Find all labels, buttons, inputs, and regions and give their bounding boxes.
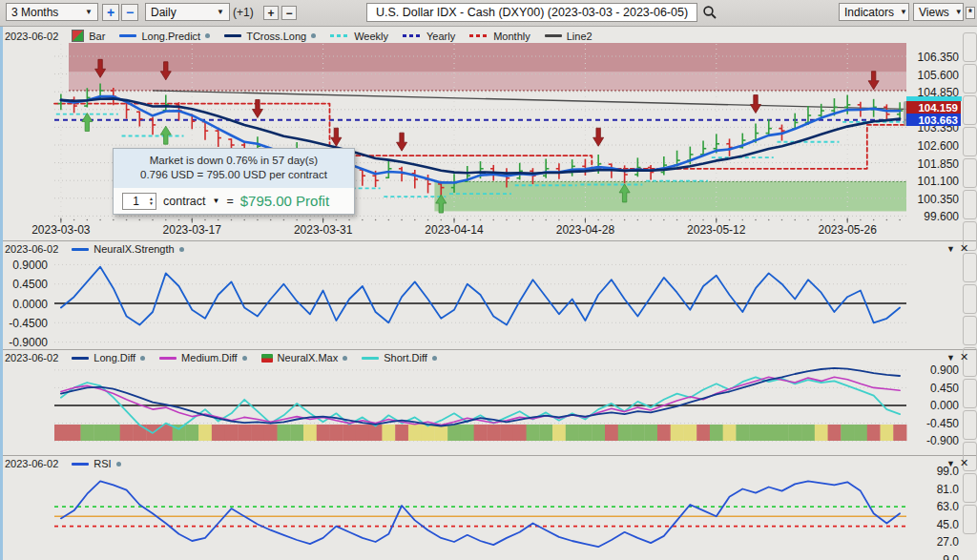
- minus-icon: −: [126, 5, 134, 20]
- dashed-swatch-icon: [469, 34, 488, 37]
- legend-item-rsi[interactable]: RSI: [72, 458, 120, 469]
- indicators-select[interactable]: Indicators ▼: [839, 3, 909, 21]
- y-axis-label: 106.350: [909, 51, 959, 64]
- chevron-down-icon[interactable]: ▼: [212, 197, 219, 205]
- plus-icon: +: [107, 5, 114, 20]
- legend-label: Long.Predict: [141, 31, 200, 42]
- chevron-down-icon: ▼: [955, 8, 963, 16]
- settings-dot-icon[interactable]: [343, 356, 347, 361]
- x-axis-label: 2023-05-26: [809, 223, 885, 237]
- symbol-title-input[interactable]: U.S. Dollar IDX - Cash (DXY00) (2023-03-…: [366, 3, 697, 22]
- x-axis-label: 2023-04-14: [416, 223, 492, 237]
- legend-item-weekly[interactable]: Weekly: [330, 31, 388, 42]
- settings-dot-icon[interactable]: [242, 356, 247, 361]
- legend-item-neuralx-strength[interactable]: NeuralX.Strength: [72, 243, 183, 255]
- legend-label: NeuralX.Max: [278, 352, 339, 363]
- cursor-date-label: 2023-06-02: [5, 31, 58, 42]
- panel-close-icon[interactable]: ✕: [959, 352, 969, 363]
- interval-select[interactable]: Daily ▼: [145, 3, 230, 21]
- pin-button[interactable]: *: [966, 7, 975, 19]
- y-axis-label: 101.850: [909, 157, 959, 171]
- panel-collapse-icon[interactable]: ▼: [946, 243, 956, 254]
- bar-back-button[interactable]: −: [281, 6, 297, 20]
- y-axis-label: 0.4500: [0, 278, 48, 291]
- y-axis-label: -0.9000: [0, 336, 48, 349]
- panel-collapse-icon[interactable]: ▼: [946, 458, 956, 468]
- panel-rail-handle: [963, 410, 977, 440]
- legend-label: Medium.Diff: [181, 352, 237, 363]
- line-swatch-icon: [119, 34, 136, 37]
- y-axis-label: 45.0: [909, 518, 959, 531]
- panel-rail-handle: [963, 473, 977, 503]
- chevron-down-icon: ▼: [900, 8, 907, 16]
- y-axis-label: -0.900: [909, 434, 959, 447]
- rsi-legend: 2023-06-02 RSI: [5, 458, 121, 469]
- quantity-stepper[interactable]: 1 ▲▼: [122, 193, 156, 210]
- quantity-value: 1: [123, 195, 149, 208]
- search-icon[interactable]: [702, 5, 717, 20]
- zoom-out-button[interactable]: −: [121, 4, 138, 21]
- line-swatch-icon: [224, 34, 241, 37]
- y-axis-label: 0.000: [909, 399, 959, 412]
- zoom-in-button[interactable]: +: [102, 4, 119, 21]
- star-icon: *: [968, 8, 972, 18]
- equals-sign: =: [226, 195, 233, 208]
- chevron-down-icon: ▼: [85, 8, 93, 16]
- price-legend: 2023-06-02 BarLong.PredictTCross.LongWee…: [5, 30, 592, 42]
- settings-dot-icon[interactable]: [311, 33, 316, 38]
- cursor-date-label: 2023-06-02: [5, 458, 58, 469]
- cursor-date-label: 2023-06-02: [5, 243, 58, 255]
- settings-dot-icon[interactable]: [432, 356, 437, 361]
- x-axis-label: 2023-05-12: [678, 223, 755, 237]
- y-axis-label: 0.0000: [0, 298, 48, 311]
- legend-item-neuralx-max[interactable]: NeuralX.Max: [261, 352, 348, 363]
- panel-rail-handle: [963, 284, 977, 314]
- y-axis-label: 81.0: [909, 483, 959, 496]
- legend-label: RSI: [94, 458, 111, 469]
- legend-item-short-diff[interactable]: Short.Diff: [362, 352, 437, 363]
- legend-label: Weekly: [354, 31, 388, 42]
- legend-item-long-diff[interactable]: Long.Diff: [72, 352, 145, 363]
- panel-close-icon[interactable]: ✕: [959, 458, 969, 468]
- y-axis-label: 0.450: [909, 382, 959, 395]
- settings-dot-icon[interactable]: [179, 247, 184, 252]
- panel-close-icon[interactable]: ✕: [959, 243, 969, 254]
- chevron-down-icon: ▼: [217, 8, 224, 16]
- y-axis-label: 0.9000: [0, 259, 48, 272]
- legend-item-monthly[interactable]: Monthly: [469, 31, 530, 42]
- legend-item-yearly[interactable]: Yearly: [403, 31, 455, 42]
- bar-forward-button[interactable]: +: [263, 6, 279, 20]
- legend-item-long-predict[interactable]: Long.Predict: [119, 31, 210, 42]
- x-axis-label: 2023-04-28: [547, 223, 623, 237]
- profit-tooltip: Market is down 0.76% in 57 day(s) 0.796 …: [113, 148, 355, 215]
- legend-item-line2[interactable]: Line2: [545, 31, 592, 42]
- settings-dot-icon[interactable]: [140, 356, 145, 361]
- contract-dropdown-label[interactable]: contract: [163, 195, 205, 208]
- tooltip-controls: 1 ▲▼ contract ▼ = $795.00 Profit: [114, 188, 354, 214]
- views-select[interactable]: Views ▼: [913, 3, 964, 21]
- line-swatch-icon: [72, 357, 89, 360]
- y-axis-label: 9.0: [909, 553, 959, 560]
- arrow-down-icon[interactable]: ▼: [149, 201, 154, 206]
- range-select[interactable]: 3 Months ▼: [6, 3, 98, 21]
- settings-dot-icon[interactable]: [116, 462, 121, 467]
- profit-value: $795.00 Profit: [240, 193, 329, 209]
- panel-rail-handle: [963, 190, 977, 219]
- legend-item-tcross-long[interactable]: TCross.Long: [224, 31, 316, 42]
- tooltip-line2: 0.796 USD = 795.00 USD per contract: [117, 168, 350, 182]
- line-swatch-icon: [362, 357, 379, 360]
- bar-offset-label: (+1): [233, 6, 254, 19]
- tooltip-summary: Market is down 0.76% in 57 day(s) 0.796 …: [114, 149, 354, 188]
- stepper-arrows[interactable]: ▲▼: [149, 197, 156, 206]
- range-select-value: 3 Months: [11, 6, 58, 19]
- legend-item-medium-diff[interactable]: Medium.Diff: [159, 352, 246, 363]
- legend-item-bar[interactable]: Bar: [72, 30, 105, 42]
- y-axis-label: 63.0: [909, 500, 959, 513]
- panel-collapse-icon[interactable]: ▼: [946, 352, 956, 363]
- trading-app-window: 3 Months ▼ + − Daily ▼ (+1) + − U.S. Dol…: [0, 0, 977, 560]
- panel-rail-handle: [963, 379, 977, 408]
- settings-dot-icon[interactable]: [205, 33, 210, 38]
- x-axis-label: 2023-03-17: [154, 223, 230, 237]
- tcross-price-tag: 103.663: [906, 114, 961, 126]
- panel-rail-handle: [963, 32, 977, 62]
